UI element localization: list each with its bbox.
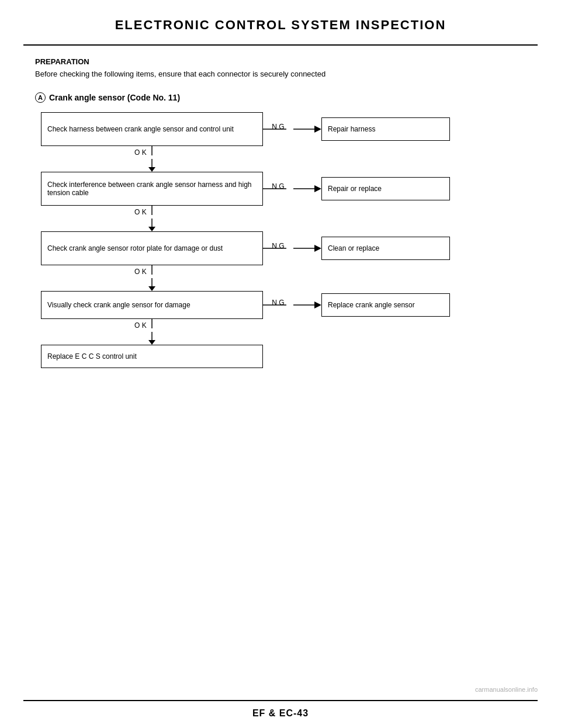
- svg-marker-8: [148, 286, 155, 291]
- step4-right-text: Replace crank angle sensor: [328, 301, 415, 309]
- main-content: PREPARATION Before checking the followin…: [0, 46, 561, 555]
- step2-left-text: Check interference between crank angle s…: [47, 181, 257, 197]
- step3-left-text: Check crank angle sensor rotor plate for…: [47, 244, 223, 252]
- step2-left-box: Check interference between crank angle s…: [41, 172, 263, 206]
- step3-ng-label: N G: [263, 242, 293, 250]
- svg-marker-5: [148, 227, 155, 231]
- step2-ok-label: O K: [134, 208, 147, 216]
- preparation-text: Before checking the following items, ens…: [35, 70, 526, 78]
- svg-marker-17: [314, 185, 321, 192]
- final-box: Replace E C C S control unit: [41, 345, 263, 368]
- step4-right-box: Replace crank angle sensor: [321, 293, 450, 317]
- watermark: carmanualsonline.info: [475, 686, 538, 693]
- page: ELECTRONIC CONTROL SYSTEM INSPECTION PRE…: [0, 0, 561, 728]
- svg-marker-20: [314, 245, 321, 252]
- step1-ok-label: O K: [134, 148, 147, 157]
- page-title: ELECTRONIC CONTROL SYSTEM INSPECTION: [23, 18, 538, 33]
- step2-right-box: Repair or replace: [321, 177, 450, 200]
- section-a-label: Crank angle sensor (Code No. 11): [49, 93, 180, 102]
- preparation-heading: PREPARATION: [35, 57, 526, 66]
- section-a-heading: A Crank angle sensor (Code No. 11): [35, 92, 526, 103]
- step1-ng-label: N G: [263, 123, 293, 131]
- step4-left-box: Visually check crank angle sensor for da…: [41, 291, 263, 319]
- step3-right-box: Clean or replace: [321, 237, 450, 260]
- step2-ng-label: N G: [263, 182, 293, 190]
- svg-marker-11: [148, 340, 155, 345]
- step4-left-text: Visually check crank angle sensor for da…: [47, 301, 191, 309]
- step1-right-box: Repair harness: [321, 117, 450, 141]
- step4-ng-label: N G: [263, 299, 293, 307]
- footer-label: EF & EC-43: [0, 701, 561, 728]
- page-header: ELECTRONIC CONTROL SYSTEM INSPECTION: [0, 0, 561, 39]
- svg-marker-23: [314, 301, 321, 308]
- step1-left-text: Check harness between crank angle sensor…: [47, 125, 234, 133]
- flowchart: Check harness between crank angle sensor…: [35, 112, 491, 398]
- final-box-text: Replace E C C S control unit: [47, 352, 137, 360]
- step1-left-box: Check harness between crank angle sensor…: [41, 112, 263, 146]
- step3-left-box: Check crank angle sensor rotor plate for…: [41, 231, 263, 265]
- step4-ok-label: O K: [134, 321, 147, 330]
- svg-marker-2: [148, 167, 155, 172]
- step3-ok-label: O K: [134, 268, 147, 276]
- svg-marker-14: [314, 126, 321, 133]
- step1-right-text: Repair harness: [328, 125, 375, 133]
- circle-a-icon: A: [35, 92, 46, 103]
- step2-right-text: Repair or replace: [328, 185, 382, 193]
- step3-right-text: Clean or replace: [328, 244, 379, 252]
